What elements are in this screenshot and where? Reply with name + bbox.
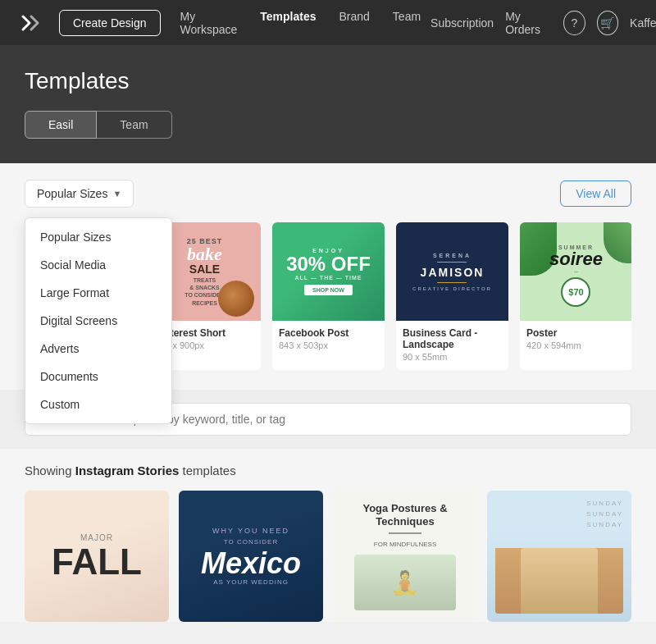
template-card-facebook[interactable]: ENJOY 30% OFF ALL — THE — TIME SHOP NOW … [272,222,385,370]
dropdown-item-large-format[interactable]: Large Format [25,279,171,307]
nav-link-templates[interactable]: Templates [250,5,326,41]
gallery-card-building[interactable]: SUNDAYSUNDAYSUNDAY [487,491,631,622]
help-button[interactable]: ? [563,11,585,35]
card-size-facebook: 843 x 503px [279,340,378,350]
nav-link-team[interactable]: Team [383,5,430,41]
nav-link-brand[interactable]: Brand [330,5,380,41]
yoga-title: Yoga Postures & Techniques [341,502,469,528]
main-content: Popular Sizes ▼ Popular Sizes Social Med… [0,163,656,390]
card-size-poster: 420 x 594mm [526,340,626,350]
create-design-button[interactable]: Create Design [59,10,161,36]
tab-team[interactable]: Team [97,111,171,139]
card-size-bizcard: 90 x 55mm [403,352,502,362]
building-text: SUNDAYSUNDAYSUNDAY [586,499,623,530]
dropdown-item-adverts[interactable]: Adverts [25,335,171,363]
template-card-bizcard[interactable]: SERENA JAMISON CREATIVE DIRECTOR Busines… [396,222,508,370]
dropdown-item-digital-screens[interactable]: Digital Screens [25,307,171,335]
dropdown-item-documents[interactable]: Documents [25,363,171,391]
fall-big-text: FALL [52,544,142,580]
fall-major-text: MAJOR [80,533,113,542]
svg-rect-0 [16,8,46,38]
popular-sizes-button[interactable]: Popular Sizes ▼ [25,180,134,208]
dropdown-menu: Popular Sizes Social Media Large Format … [25,217,172,424]
card-name-facebook: Facebook Post [279,327,378,339]
gallery-card-yoga[interactable]: Yoga Postures & Techniques FOR MINDFULNE… [333,491,477,622]
showing-text: Showing Instagram Stories templates [25,464,631,477]
gallery-row: MAJOR FALL WHY YOU NEED TO CONSIDER Mexi… [25,491,631,622]
gallery-card-fall[interactable]: MAJOR FALL [25,491,169,622]
dropdown-item-popular-sizes[interactable]: Popular Sizes [25,223,171,251]
view-all-button[interactable]: View All [560,180,631,207]
cart-button[interactable]: 🛒 [597,11,618,35]
showing-prefix: Showing [25,464,75,477]
app-logo[interactable] [16,8,46,38]
dropdown-item-social-media[interactable]: Social Media [25,251,171,279]
showing-highlight: Instagram Stories [75,464,180,477]
yoga-sub: FOR MINDFULNESS [374,541,436,548]
gallery-card-mexico[interactable]: WHY YOU NEED TO CONSIDER Mexico AS YOUR … [179,491,323,622]
building-image [495,537,623,614]
card-name-poster: Poster [526,327,626,339]
sizes-row: Popular Sizes ▼ Popular Sizes Social Med… [25,180,631,208]
templates-header: Templates Easil Team [0,45,656,163]
mexico-title: Mexico [201,549,301,578]
yoga-image: 🧘 [354,555,457,610]
mexico-consider-text: TO CONSIDER [224,538,278,546]
popular-sizes-container: Popular Sizes ▼ Popular Sizes Social Med… [25,180,134,208]
showing-section: Showing Instagram Stories templates MAJO… [0,449,656,622]
mexico-why-text: WHY YOU NEED [212,527,289,535]
mexico-sub: AS YOUR WEDDING [213,578,289,586]
user-name: Kaffe [630,16,656,30]
subscription-link[interactable]: Subscription [430,16,494,30]
card-name-bizcard: Business Card - Landscape [403,327,502,350]
tab-group: Easil Team [25,111,631,139]
my-orders-link[interactable]: My Orders [505,10,552,36]
nav-link-workspace[interactable]: My Workspace [171,5,248,41]
showing-suffix: templates [179,464,235,477]
popular-sizes-label: Popular Sizes [37,187,107,200]
template-card-poster[interactable]: summer soiree -- $70 Poster 420 x 594mm [520,222,631,370]
tab-easil[interactable]: Easil [25,111,97,139]
top-navigation: Create Design My Workspace Templates Bra… [0,0,656,45]
nav-links: My Workspace Templates Brand Team [171,5,431,41]
yoga-divider [389,532,421,534]
nav-right: Subscription My Orders ? 🛒 Kaffe K A [430,10,656,36]
chevron-down-icon: ▼ [112,189,121,199]
dropdown-item-custom[interactable]: Custom [25,391,171,418]
page-title: Templates [25,68,631,94]
